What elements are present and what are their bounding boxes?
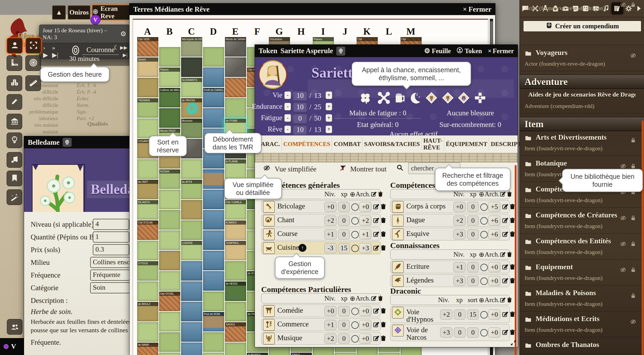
edit-icon[interactable] [372, 335, 379, 343]
niv-value[interactable]: -3 [324, 243, 337, 253]
tmr-tile[interactable] [203, 230, 224, 250]
tmr-tile[interactable] [137, 78, 158, 97]
tmr-tile[interactable]: Désert [137, 57, 158, 77]
skill-row-voie-de-narcos[interactable]: Voie de Narcos+300+0 [390, 324, 510, 341]
niv-value[interactable]: +2 [324, 216, 337, 226]
tmr-tile[interactable]: TREMAIN [137, 98, 158, 118]
dock-effects-button[interactable] [7, 189, 22, 205]
stat-minus-button[interactable]: - [284, 114, 291, 122]
tmr-tile[interactable]: AUBORES [247, 353, 268, 355]
add-icon[interactable]: ⊕ [479, 190, 484, 198]
tmr-tile[interactable] [137, 119, 158, 138]
tmr-tile[interactable] [225, 98, 246, 118]
skill-row-dague[interactable]: Dague+20+6 [390, 214, 510, 227]
eye-slash-icon[interactable] [620, 215, 626, 221]
niv-value[interactable]: +2 [440, 310, 452, 320]
sheet-scrollbar-thumb[interactable] [515, 165, 517, 355]
tmr-tile[interactable] [203, 251, 224, 270]
roll-circle[interactable] [351, 335, 359, 343]
sheet-close-button[interactable]: ×Fermer [488, 47, 514, 55]
tmr-tile[interactable]: Cité VIDE [137, 37, 158, 57]
advance-hour-button[interactable]: › [43, 45, 45, 51]
tmr-tile[interactable] [181, 281, 202, 301]
add-icon[interactable]: ⊕ [479, 296, 484, 304]
trash-icon[interactable] [506, 191, 513, 197]
tmr-tile[interactable] [203, 332, 224, 352]
dock-lighting-button[interactable] [7, 133, 22, 148]
edit-icon[interactable] [502, 217, 508, 225]
demi-reve-token[interactable] [186, 102, 198, 115]
tmr-tile[interactable]: Cité TUMBLE [225, 200, 246, 220]
tmr-tile[interactable] [137, 159, 158, 179]
dock-journal-button[interactable] [7, 114, 22, 129]
chance-icon[interactable] [358, 91, 372, 105]
tmr-tile[interactable] [181, 159, 202, 179]
show-all-button[interactable]: Montrer tout [339, 165, 387, 173]
trash-icon[interactable] [380, 307, 387, 315]
sheet-config-button[interactable]: ⚙Feuille [424, 47, 451, 55]
character-sheet-window[interactable]: Token Sariette Asperule ⚙Feuille Token ×… [255, 44, 518, 347]
compendium-pack[interactable]: Botanique [525, 159, 636, 167]
compendium-pack[interactable]: Compétences des Entités [525, 237, 636, 245]
sommeil-icon[interactable]: zz [408, 91, 422, 105]
tmr-tile[interactable]: BILIANTS [137, 200, 158, 220]
niv-value[interactable]: +3 [453, 276, 466, 286]
xp-value[interactable]: 0 [338, 202, 350, 212]
tmr-tile[interactable] [159, 47, 180, 67]
tmr-tile[interactable]: GLIGNANTS [181, 78, 202, 97]
xp-value[interactable]: 0 [338, 306, 350, 316]
niv-value[interactable]: +0 [453, 202, 466, 212]
tmr-tile[interactable] [203, 292, 224, 311]
sidebar-scrollbar-thumb[interactable] [642, 120, 644, 355]
roll-circle[interactable] [480, 277, 488, 285]
roll-circle[interactable] [351, 203, 359, 211]
tab-combat[interactable]: COMBAT [332, 138, 362, 151]
stat-plus-button[interactable]: + [326, 126, 332, 133]
niv-value[interactable]: +2 [453, 216, 466, 226]
tmr-tile[interactable] [225, 78, 246, 97]
advance-fast-button[interactable]: » [52, 45, 55, 51]
niv-value[interactable]: +0 [324, 202, 337, 212]
trash-icon[interactable] [380, 231, 387, 239]
tmr-tile[interactable]: Pont de ROM [203, 312, 224, 331]
tmr-tile[interactable] [203, 67, 224, 87]
trash-icon[interactable] [380, 335, 387, 343]
roll-circle[interactable] [480, 231, 488, 238]
dock-actors-button[interactable] [7, 38, 23, 54]
field-input[interactable]: 4 [93, 219, 129, 230]
field-input[interactable]: 0.3 [93, 244, 129, 255]
encaissement-icon[interactable] [377, 91, 391, 105]
edit-icon[interactable] [499, 251, 506, 258]
tmr-tile[interactable] [203, 271, 224, 291]
tmr-tile[interactable]: Plaines [159, 67, 180, 87]
skill-row-corps---corps[interactable]: Corps à corps+00+5 [390, 200, 510, 213]
lock-icon[interactable] [630, 163, 636, 169]
stat-minus-button[interactable]: - [284, 103, 291, 110]
tmr-tile[interactable] [159, 108, 180, 128]
lock-icon[interactable] [630, 137, 636, 143]
niv-value[interactable]: +2 [324, 334, 337, 344]
tmr-tile[interactable]: S'YOUS [137, 261, 158, 281]
stat-minus-button[interactable]: - [284, 92, 291, 99]
add-icon[interactable]: ⊕ [350, 295, 355, 302]
globe-icon[interactable] [63, 138, 72, 147]
trash-icon[interactable] [380, 321, 387, 329]
tmr-tile[interactable]: de BRULZ [137, 302, 158, 321]
xp-value[interactable]: 0 [338, 216, 350, 226]
tmr-tile[interactable] [379, 353, 400, 355]
compendium-pack[interactable]: Méditations et Ecrits [525, 315, 636, 323]
skill-row-ecriture[interactable]: Ecriture+10+0 [390, 261, 510, 273]
dock-measure-button[interactable] [7, 55, 22, 71]
stat-plus-button[interactable]: + [326, 114, 332, 122]
niv-value[interactable]: +1 [453, 262, 466, 272]
stat-plus-button[interactable]: + [326, 92, 332, 99]
roll-circle[interactable] [480, 311, 488, 318]
tmr-close-button[interactable]: ×Fermer [463, 5, 491, 13]
signe-draconique-icon[interactable] [441, 91, 455, 105]
tmr-tile[interactable] [335, 353, 356, 355]
tmr-tile[interactable]: Cité D'OLAK [137, 220, 158, 240]
edit-icon[interactable] [370, 191, 377, 197]
stat-minus-button[interactable]: - [284, 126, 291, 133]
tmr-tile[interactable] [137, 241, 158, 260]
field-select[interactable]: Fréquente [90, 270, 130, 281]
